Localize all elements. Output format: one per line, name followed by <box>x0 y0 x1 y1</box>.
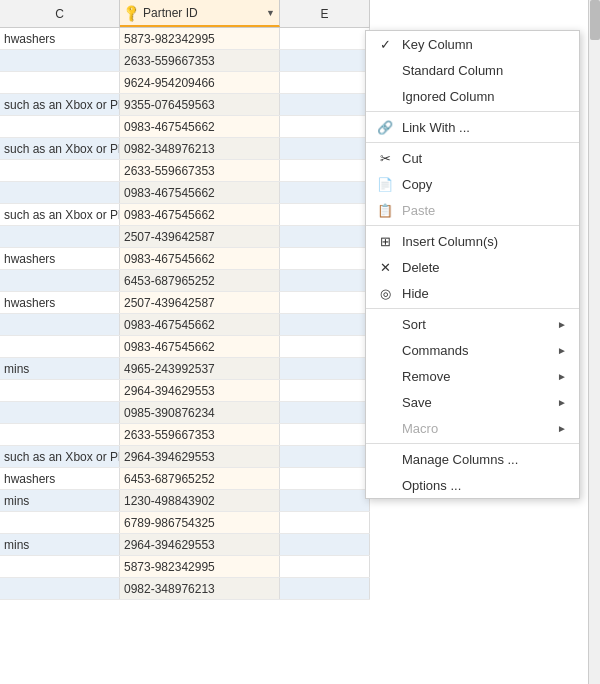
cell-e <box>280 380 370 401</box>
cell-c <box>0 50 120 71</box>
table-row[interactable]: 0985-390876234 <box>0 402 370 424</box>
key-icon: 🔑 <box>121 2 142 23</box>
menu-item-remove[interactable]: Remove ► <box>366 363 579 389</box>
cell-c: such as an Xbox or PlayStation <box>0 446 120 467</box>
menu-item-save[interactable]: Save ► <box>366 389 579 415</box>
col-header-e: E <box>280 0 370 27</box>
cell-c: such as an Xbox or PlayStation <box>0 138 120 159</box>
scrollbar-thumb[interactable] <box>590 0 600 40</box>
table-row[interactable]: 2633-559667353 <box>0 160 370 182</box>
menu-item-sort[interactable]: Sort ► <box>366 311 579 337</box>
table-row[interactable]: 0982-348976213 <box>0 578 370 600</box>
cell-c: such as an Xbox or PlayStation <box>0 94 120 115</box>
menu-divider <box>366 142 579 143</box>
table-row[interactable]: 0983-467545662 <box>0 314 370 336</box>
menu-item-link-with[interactable]: 🔗 Link With ... <box>366 114 579 140</box>
menu-item-label: Cut <box>402 151 567 166</box>
cell-e <box>280 336 370 357</box>
menu-item-label: Standard Column <box>402 63 567 78</box>
menu-item-standard-column[interactable]: Standard Column <box>366 57 579 83</box>
table-row[interactable]: 9624-954209466 <box>0 72 370 94</box>
menu-item-icon: 🔗 <box>376 120 394 135</box>
table-row[interactable]: 0983-467545662 <box>0 116 370 138</box>
cell-c <box>0 424 120 445</box>
menu-item-delete[interactable]: ✕ Delete <box>366 254 579 280</box>
cell-d: 2633-559667353 <box>120 424 280 445</box>
menu-item-cut[interactable]: ✂ Cut <box>366 145 579 171</box>
table-row[interactable]: such as an Xbox or PlayStation 2964-3946… <box>0 446 370 468</box>
cell-d: 9624-954209466 <box>120 72 280 93</box>
cell-c <box>0 72 120 93</box>
cell-c: hwashers <box>0 28 120 49</box>
table-row[interactable]: 2507-439642587 <box>0 226 370 248</box>
menu-item-options[interactable]: Options ... <box>366 472 579 498</box>
menu-item-insert-column[interactable]: ⊞ Insert Column(s) <box>366 228 579 254</box>
table-row[interactable]: 2964-394629553 <box>0 380 370 402</box>
table-row[interactable]: 5873-982342995 <box>0 556 370 578</box>
cell-c <box>0 402 120 423</box>
menu-item-icon: ✓ <box>376 37 394 52</box>
menu-item-icon: ✕ <box>376 260 394 275</box>
table-row[interactable]: mins 2964-394629553 <box>0 534 370 556</box>
table-row[interactable]: 0983-467545662 <box>0 182 370 204</box>
table-row[interactable]: 2633-559667353 <box>0 50 370 72</box>
cell-d: 2633-559667353 <box>120 50 280 71</box>
menu-item-key-column[interactable]: ✓ Key Column <box>366 31 579 57</box>
cell-e <box>280 402 370 423</box>
menu-item-label: Copy <box>402 177 567 192</box>
menu-item-copy[interactable]: 📄 Copy <box>366 171 579 197</box>
menu-divider <box>366 225 579 226</box>
table-row[interactable]: hwashers 5873-982342995 <box>0 28 370 50</box>
cell-e <box>280 50 370 71</box>
cell-d: 9355-076459563 <box>120 94 280 115</box>
cell-e <box>280 94 370 115</box>
scrollbar[interactable] <box>588 0 600 684</box>
table-row[interactable]: such as an Xbox or PlayStation 0982-3489… <box>0 138 370 160</box>
table-row[interactable]: 2633-559667353 <box>0 424 370 446</box>
table-row[interactable]: 0983-467545662 <box>0 336 370 358</box>
col-header-c: C <box>0 0 120 27</box>
menu-item-label: Sort <box>402 317 549 332</box>
table-row[interactable]: hwashers 0983-467545662 <box>0 248 370 270</box>
menu-item-manage-columns[interactable]: Manage Columns ... <box>366 446 579 472</box>
cell-c <box>0 314 120 335</box>
menu-item-ignored-column[interactable]: Ignored Column <box>366 83 579 109</box>
table-row[interactable]: mins 1230-498843902 <box>0 490 370 512</box>
cell-e <box>280 446 370 467</box>
cell-d: 0983-467545662 <box>120 336 280 357</box>
table-row[interactable]: hwashers 2507-439642587 <box>0 292 370 314</box>
column-headers: C 🔑 Partner ID ▼ E <box>0 0 370 28</box>
cell-c: hwashers <box>0 248 120 269</box>
menu-item-label: Macro <box>402 421 549 436</box>
cell-e <box>280 578 370 599</box>
cell-d: 2964-394629553 <box>120 534 280 555</box>
table-row[interactable]: 6453-687965252 <box>0 270 370 292</box>
menu-item-label: Hide <box>402 286 567 301</box>
table-row[interactable]: hwashers 6453-687965252 <box>0 468 370 490</box>
menu-item-label: Delete <box>402 260 567 275</box>
cell-e <box>280 512 370 533</box>
cell-c <box>0 578 120 599</box>
cell-d: 6453-687965252 <box>120 270 280 291</box>
table-row[interactable]: mins 4965-243992537 <box>0 358 370 380</box>
table-row[interactable]: 6789-986754325 <box>0 512 370 534</box>
col-header-d[interactable]: 🔑 Partner ID ▼ <box>120 0 280 27</box>
cell-d: 2507-439642587 <box>120 292 280 313</box>
cell-c <box>0 182 120 203</box>
menu-item-label: Save <box>402 395 549 410</box>
cell-e <box>280 490 370 511</box>
cell-c: hwashers <box>0 292 120 313</box>
cell-e <box>280 314 370 335</box>
menu-item-commands[interactable]: Commands ► <box>366 337 579 363</box>
table-row[interactable]: such as an Xbox or PlayStation 9355-0764… <box>0 94 370 116</box>
table-row[interactable]: such as an Xbox or PlayStation 0983-4675… <box>0 204 370 226</box>
cell-d: 2964-394629553 <box>120 446 280 467</box>
cell-d: 4965-243992537 <box>120 358 280 379</box>
menu-item-icon: ✂ <box>376 151 394 166</box>
submenu-arrow-icon: ► <box>557 319 567 330</box>
menu-item-hide[interactable]: ◎ Hide <box>366 280 579 306</box>
menu-item-icon: 📄 <box>376 177 394 192</box>
cell-d: 0983-467545662 <box>120 116 280 137</box>
cell-d: 0985-390876234 <box>120 402 280 423</box>
cell-d: 0983-467545662 <box>120 248 280 269</box>
